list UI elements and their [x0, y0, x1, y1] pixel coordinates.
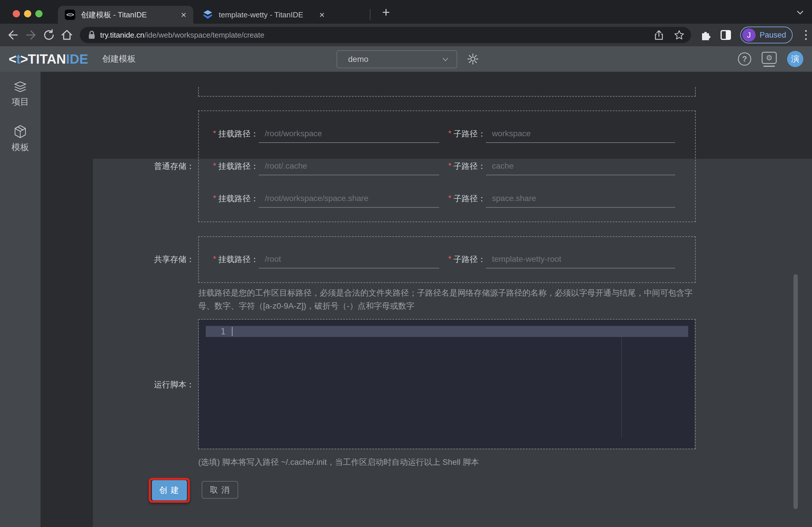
sidebar-item-projects[interactable]: 项目: [0, 81, 41, 108]
mount-path-label: 挂载路径：: [218, 161, 259, 172]
path-rule-hint: 挂载路径是您的工作区目标路径，必须是合法的文件夹路径；子路径名是网络存储源子路径…: [198, 286, 697, 312]
maximize-window-button[interactable]: [35, 10, 43, 17]
close-window-button[interactable]: [13, 10, 20, 17]
shared-sub-path-input[interactable]: [486, 250, 675, 268]
sub-path-label: 子路径：: [453, 128, 486, 140]
page-title: 创建模板: [102, 53, 136, 65]
browser-toolbar: try.titanide.cn /ide/web/workspace/templ…: [0, 24, 812, 46]
side-panel-icon[interactable]: [720, 29, 731, 41]
template-wetty-favicon: [203, 10, 213, 20]
line-number: 1: [206, 327, 232, 336]
sub-path-label: 子路径：: [453, 254, 486, 265]
sidebar-item-label: 项目: [12, 96, 29, 108]
storage-row: * 挂载路径： * 子路径：: [213, 186, 681, 212]
app-sidebar: 项目 模板: [0, 72, 41, 527]
annotation-highlight: 创 建: [149, 478, 190, 503]
chevron-down-icon: [441, 55, 450, 64]
tab-separator: [370, 9, 371, 20]
offscreen-section-box: [198, 87, 696, 97]
cancel-button[interactable]: 取 消: [202, 481, 238, 499]
sub-path-input-2[interactable]: [486, 157, 675, 175]
mount-path-label: 挂载路径：: [218, 128, 259, 140]
text-cursor: [232, 327, 233, 336]
window-controls: [13, 10, 43, 17]
bookmark-star-icon[interactable]: [674, 29, 685, 41]
reload-icon[interactable]: [40, 26, 58, 44]
extensions-icon[interactable]: [700, 29, 711, 41]
tab-template-wetty[interactable]: template-wetty - TitanIDE ×: [195, 6, 332, 24]
new-tab-button[interactable]: +: [378, 4, 394, 20]
url-host: try.titanide.cn: [100, 31, 144, 40]
mount-path-input-2[interactable]: [259, 157, 439, 175]
share-icon[interactable]: [654, 29, 664, 41]
profile-avatar: J: [742, 28, 756, 42]
workspace-select-value: demo: [348, 55, 441, 64]
tab-create-template[interactable]: <t> 创建模板 - TitanIDE ×: [58, 6, 193, 24]
editor-current-line: 1: [206, 326, 688, 337]
workspace-select[interactable]: demo: [336, 50, 457, 68]
app-header: <t>TITANIDE 创建模板 demo ? ⚙ 演: [0, 46, 812, 72]
sub-path-label: 子路径：: [453, 193, 486, 204]
cube-icon: [14, 125, 27, 138]
user-avatar[interactable]: 演: [787, 51, 803, 67]
minimize-window-button[interactable]: [24, 10, 31, 17]
mount-path-label: 挂载路径：: [218, 193, 259, 204]
sub-path-label: 子路径：: [453, 161, 486, 172]
titanide-favicon: <t>: [65, 10, 75, 20]
run-script-label: 运行脚本：: [154, 379, 194, 390]
shared-mount-path-input[interactable]: [259, 250, 439, 268]
url-bar[interactable]: try.titanide.cn /ide/web/workspace/templ…: [80, 27, 691, 43]
browser-window: <t> 创建模板 - TitanIDE × template-wetty - T…: [0, 0, 812, 527]
storage-row: * 挂载路径： * 子路径：: [213, 246, 681, 273]
script-editor[interactable]: 1: [199, 320, 695, 449]
storage-row: * 挂载路径： * 子路径：: [213, 121, 681, 147]
mount-path-input-1[interactable]: [259, 125, 439, 143]
help-icon[interactable]: ?: [738, 52, 751, 65]
titanide-logo[interactable]: <t>TITANIDE: [9, 51, 88, 67]
close-tab-icon[interactable]: ×: [319, 10, 325, 19]
tab-title: template-wetty - TitanIDE: [219, 11, 315, 19]
script-hint: (选填) 脚本将写入路径 ~/.cache/.init，当工作区启动时自动运行以…: [198, 456, 479, 469]
settings-gear-icon[interactable]: [465, 50, 480, 68]
mount-path-input-3[interactable]: [259, 190, 439, 208]
url-path: /ide/web/workspace/template/create: [144, 31, 264, 40]
sidebar-item-label: 模板: [12, 142, 29, 153]
sidebar-item-templates[interactable]: 模板: [0, 125, 41, 153]
mount-path-label: 挂载路径：: [218, 254, 259, 265]
profile-status: Paused: [759, 31, 786, 40]
scrollbar-thumb[interactable]: [794, 274, 798, 509]
lock-icon: [88, 30, 96, 40]
sub-path-input-3[interactable]: [486, 190, 675, 208]
tab-title: 创建模板 - TitanIDE: [81, 10, 176, 20]
tab-strip: <t> 创建模板 - TitanIDE × template-wetty - T…: [0, 0, 812, 24]
tab-list-chevron-icon[interactable]: [795, 8, 805, 17]
close-tab-icon[interactable]: ×: [181, 10, 186, 19]
create-button[interactable]: 创 建: [152, 480, 187, 500]
normal-storage-label: 普通存储：: [154, 161, 194, 172]
back-icon[interactable]: [4, 26, 22, 44]
sub-path-input-1[interactable]: [486, 125, 675, 143]
forward-icon[interactable]: [22, 26, 40, 44]
home-icon[interactable]: [58, 26, 76, 44]
browser-menu-icon[interactable]: [800, 30, 812, 40]
shared-storage-label: 共享存储：: [154, 254, 194, 265]
layers-icon: [14, 81, 27, 93]
profile-chip[interactable]: J Paused: [740, 27, 793, 43]
storage-row: * 挂载路径： * 子路径：: [213, 153, 681, 179]
editor-ruler: [621, 337, 622, 438]
admin-console-icon[interactable]: ⚙: [761, 50, 777, 68]
